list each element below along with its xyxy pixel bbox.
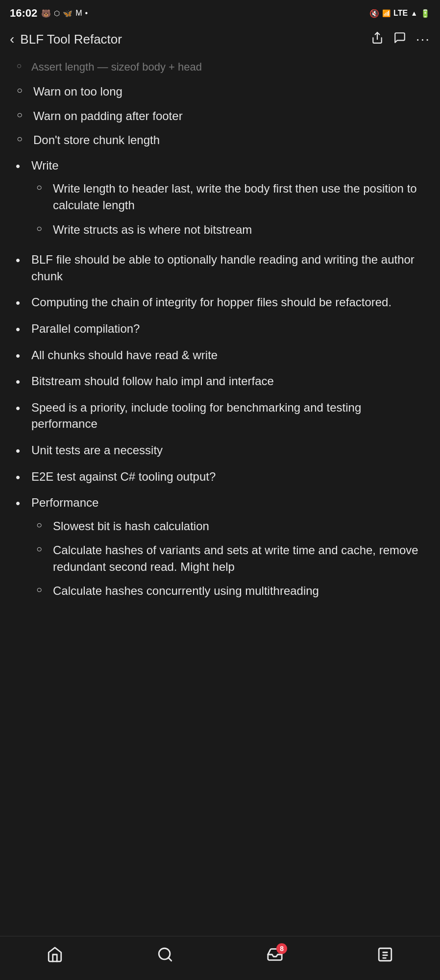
item-text: Write	[31, 159, 59, 172]
item-text: All chunks should have read & write	[31, 348, 218, 362]
list-item: Calculate hashes of variants and sets at…	[31, 538, 428, 579]
back-button[interactable]: ‹	[10, 32, 14, 46]
list-item-write: Write Write length to header last, write…	[12, 152, 428, 246]
status-icons-left: 🐻 ⬡ 🦋 M •	[41, 9, 88, 18]
list-item-computing-chain: Computing the chain of integrity for hop…	[12, 289, 428, 316]
svg-line-2	[168, 957, 171, 960]
mute-icon: 🔇	[369, 9, 379, 18]
bottom-spacer	[12, 608, 428, 657]
list-item-blf-file: BLF file should be able to optionally ha…	[12, 246, 428, 289]
page-title: BLF Tool Refactor	[20, 32, 122, 47]
item-text: Computing the chain of integrity for hop…	[31, 295, 391, 309]
search-icon	[157, 946, 173, 967]
bear-icon: 🐻	[41, 9, 51, 18]
status-bar: 16:02 🐻 ⬡ 🦋 M • 🔇 📶 LTE ▲ 🔋	[0, 0, 440, 25]
list-item: Write structs as is where not bitstream	[31, 218, 428, 242]
item-text: Write structs as is where not bitstream	[53, 223, 252, 236]
search-nav-item[interactable]	[157, 946, 173, 967]
main-list: Write Write length to header last, write…	[12, 152, 428, 608]
signal-bars-icon: 📶	[382, 9, 391, 17]
dot-icon: •	[85, 9, 88, 18]
list-item: Warn on padding after footer	[12, 104, 428, 128]
list-item-bitstream: Bitstream should follow halo impl and in…	[12, 368, 428, 394]
status-time: 16:02	[10, 7, 37, 20]
list-item-performance: Performance Slowest bit is hash calculat…	[12, 490, 428, 608]
list-item: Write length to header last, write the b…	[31, 176, 428, 217]
list-item: Warn on too long	[12, 79, 428, 104]
nav-right: ···	[371, 31, 430, 47]
list-item: Slowest bit is hash calculation	[31, 514, 428, 539]
signal-icon: ▲	[411, 9, 417, 17]
item-text: Unit tests are a necessity	[31, 443, 163, 457]
more-button[interactable]: ···	[416, 31, 430, 47]
inbox-nav-item[interactable]: 8	[267, 946, 283, 967]
write-sublist: Write length to header last, write the b…	[31, 176, 428, 242]
performance-sublist: Slowest bit is hash calculation Calculat…	[31, 514, 428, 603]
item-text: Parallel compilation?	[31, 322, 140, 335]
list-item: Don't store chunk length	[12, 128, 428, 152]
list-item-e2e: E2E test against C# tooling output?	[12, 464, 428, 490]
gmail-icon: M	[75, 9, 82, 18]
comment-button[interactable]	[393, 31, 406, 47]
item-text: Speed is a priority, include tooling for…	[31, 401, 361, 431]
item-text: BLF file should be able to optionally ha…	[31, 253, 415, 283]
home-nav-item[interactable]	[47, 946, 63, 967]
item-text: Performance	[31, 496, 98, 509]
list-item-unit-tests: Unit tests are a necessity	[12, 437, 428, 464]
item-text: Warn on padding after footer	[33, 109, 183, 122]
status-icons-right: 🔇 📶 LTE ▲ 🔋	[369, 9, 430, 18]
content-area: Assert length — sizeof body + head Warn …	[0, 53, 440, 667]
list-item: Calculate hashes concurrently using mult…	[31, 579, 428, 603]
item-text: Don't store chunk length	[33, 133, 160, 147]
top-nav: ‹ BLF Tool Refactor ···	[0, 25, 440, 53]
edit-icon	[377, 946, 393, 967]
item-text: Write length to header last, write the b…	[53, 182, 417, 212]
list-item-parallel: Parallel compilation?	[12, 316, 428, 342]
item-text: Warn on too long	[33, 85, 122, 98]
partial-item-text: Assert length — sizeof body + head	[31, 61, 202, 73]
status-left: 16:02 🐻 ⬡ 🦋 M •	[10, 7, 88, 20]
share-button[interactable]	[371, 31, 384, 47]
partial-item: Assert length — sizeof body + head	[12, 58, 428, 76]
list-item-speed: Speed is a priority, include tooling for…	[12, 394, 428, 437]
item-text: Calculate hashes concurrently using mult…	[53, 584, 319, 597]
list-item-all-chunks: All chunks should have read & write	[12, 342, 428, 368]
butterfly-icon: 🦋	[63, 9, 73, 18]
pre-write-sublist: Warn on too long Warn on padding after f…	[12, 79, 428, 152]
bottom-nav: 8	[0, 936, 440, 980]
item-text: Bitstream should follow halo impl and in…	[31, 374, 274, 388]
item-text: Calculate hashes of variants and sets at…	[53, 543, 418, 573]
lte-label: LTE	[393, 9, 408, 18]
item-text: Slowest bit is hash calculation	[53, 519, 209, 533]
edit-nav-item[interactable]	[377, 946, 393, 967]
nav-left: ‹ BLF Tool Refactor	[10, 32, 122, 47]
line-icon: ⬡	[54, 9, 60, 17]
notification-badge: 8	[276, 943, 287, 954]
battery-icon: 🔋	[420, 9, 430, 18]
home-icon	[47, 946, 63, 967]
item-text: E2E test against C# tooling output?	[31, 470, 216, 483]
